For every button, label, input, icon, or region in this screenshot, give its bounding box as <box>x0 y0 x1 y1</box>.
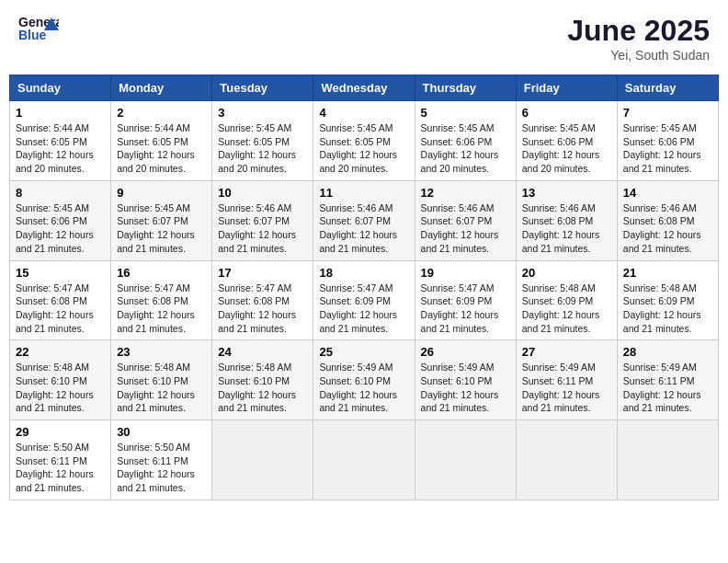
calendar-cell: 3Sunrise: 5:45 AM Sunset: 6:05 PM Daylig… <box>212 101 313 181</box>
calendar-cell: 8Sunrise: 5:45 AM Sunset: 6:06 PM Daylig… <box>10 180 111 260</box>
calendar-cell: 2Sunrise: 5:44 AM Sunset: 6:05 PM Daylig… <box>111 101 212 181</box>
calendar-cell: 5Sunrise: 5:45 AM Sunset: 6:06 PM Daylig… <box>415 101 516 181</box>
day-number: 1 <box>16 106 105 120</box>
day-number: 21 <box>623 266 712 280</box>
calendar-cell: 23Sunrise: 5:48 AM Sunset: 6:10 PM Dayli… <box>111 340 212 420</box>
calendar-week-row: 15Sunrise: 5:47 AM Sunset: 6:08 PM Dayli… <box>10 260 719 340</box>
calendar-cell: 11Sunrise: 5:46 AM Sunset: 6:07 PM Dayli… <box>313 180 415 260</box>
calendar-cell: 20Sunrise: 5:48 AM Sunset: 6:09 PM Dayli… <box>516 260 617 340</box>
day-number: 26 <box>421 345 510 359</box>
day-info: Sunrise: 5:47 AM Sunset: 6:09 PM Dayligh… <box>421 282 510 336</box>
day-info: Sunrise: 5:47 AM Sunset: 6:08 PM Dayligh… <box>218 282 307 336</box>
day-info: Sunrise: 5:46 AM Sunset: 6:07 PM Dayligh… <box>319 201 408 256</box>
day-info: Sunrise: 5:45 AM Sunset: 6:06 PM Dayligh… <box>16 201 105 256</box>
calendar-cell: 27Sunrise: 5:49 AM Sunset: 6:11 PM Dayli… <box>516 340 617 420</box>
day-number: 14 <box>623 186 712 200</box>
day-number: 8 <box>16 186 105 200</box>
day-info: Sunrise: 5:46 AM Sunset: 6:07 PM Dayligh… <box>218 201 307 256</box>
calendar-cell: 30Sunrise: 5:50 AM Sunset: 6:11 PM Dayli… <box>111 420 212 500</box>
calendar-cell: 21Sunrise: 5:48 AM Sunset: 6:09 PM Dayli… <box>617 260 718 340</box>
day-info: Sunrise: 5:48 AM Sunset: 6:10 PM Dayligh… <box>117 361 206 415</box>
calendar-cell: 22Sunrise: 5:48 AM Sunset: 6:10 PM Dayli… <box>10 340 111 420</box>
day-info: Sunrise: 5:48 AM Sunset: 6:10 PM Dayligh… <box>218 361 307 415</box>
day-number: 16 <box>117 266 206 280</box>
day-number: 3 <box>218 106 307 120</box>
calendar-cell <box>212 420 313 500</box>
calendar-cell: 12Sunrise: 5:46 AM Sunset: 6:07 PM Dayli… <box>415 180 516 260</box>
calendar-cell: 13Sunrise: 5:46 AM Sunset: 6:08 PM Dayli… <box>516 180 617 260</box>
day-info: Sunrise: 5:45 AM Sunset: 6:06 PM Dayligh… <box>522 121 611 176</box>
calendar-cell: 18Sunrise: 5:47 AM Sunset: 6:09 PM Dayli… <box>313 260 415 340</box>
day-number: 11 <box>319 186 408 200</box>
calendar-cell <box>313 420 415 500</box>
calendar-cell: 14Sunrise: 5:46 AM Sunset: 6:08 PM Dayli… <box>617 180 718 260</box>
day-info: Sunrise: 5:50 AM Sunset: 6:11 PM Dayligh… <box>16 441 105 495</box>
day-info: Sunrise: 5:45 AM Sunset: 6:05 PM Dayligh… <box>218 121 307 176</box>
day-number: 13 <box>522 186 611 200</box>
calendar-cell: 24Sunrise: 5:48 AM Sunset: 6:10 PM Dayli… <box>212 340 313 420</box>
calendar-header-tuesday: Tuesday <box>212 75 313 101</box>
month-title: June 2025 <box>567 14 710 48</box>
day-number: 19 <box>421 266 510 280</box>
calendar-header-row: SundayMondayTuesdayWednesdayThursdayFrid… <box>10 75 719 101</box>
calendar-cell: 26Sunrise: 5:49 AM Sunset: 6:10 PM Dayli… <box>415 340 516 420</box>
calendar-cell: 4Sunrise: 5:45 AM Sunset: 6:05 PM Daylig… <box>313 101 415 181</box>
day-info: Sunrise: 5:49 AM Sunset: 6:11 PM Dayligh… <box>623 361 712 415</box>
day-info: Sunrise: 5:46 AM Sunset: 6:08 PM Dayligh… <box>623 201 712 256</box>
calendar-cell <box>617 420 718 500</box>
day-number: 24 <box>218 345 307 359</box>
svg-text:Blue: Blue <box>18 28 47 42</box>
day-info: Sunrise: 5:45 AM Sunset: 6:07 PM Dayligh… <box>117 201 206 256</box>
day-info: Sunrise: 5:50 AM Sunset: 6:11 PM Dayligh… <box>117 441 206 495</box>
day-number: 25 <box>319 345 408 359</box>
day-number: 30 <box>117 425 206 439</box>
day-number: 6 <box>522 106 611 120</box>
calendar-cell: 1Sunrise: 5:44 AM Sunset: 6:05 PM Daylig… <box>10 101 111 181</box>
location-title: Yei, South Sudan <box>567 48 710 63</box>
day-info: Sunrise: 5:45 AM Sunset: 6:05 PM Dayligh… <box>319 121 408 176</box>
day-info: Sunrise: 5:47 AM Sunset: 6:08 PM Dayligh… <box>117 282 206 336</box>
logo: General Blue <box>18 14 59 43</box>
calendar-week-row: 22Sunrise: 5:48 AM Sunset: 6:10 PM Dayli… <box>10 340 719 420</box>
day-number: 23 <box>117 345 206 359</box>
day-info: Sunrise: 5:48 AM Sunset: 6:10 PM Dayligh… <box>16 361 105 415</box>
day-info: Sunrise: 5:47 AM Sunset: 6:09 PM Dayligh… <box>319 282 408 336</box>
calendar-cell: 29Sunrise: 5:50 AM Sunset: 6:11 PM Dayli… <box>10 420 111 500</box>
day-info: Sunrise: 5:46 AM Sunset: 6:07 PM Dayligh… <box>421 201 510 256</box>
header: General Blue June 2025 Yei, South Sudan <box>9 9 719 67</box>
day-number: 22 <box>16 345 105 359</box>
calendar-cell: 10Sunrise: 5:46 AM Sunset: 6:07 PM Dayli… <box>212 180 313 260</box>
calendar-cell: 19Sunrise: 5:47 AM Sunset: 6:09 PM Dayli… <box>415 260 516 340</box>
calendar-cell <box>415 420 516 500</box>
day-info: Sunrise: 5:49 AM Sunset: 6:10 PM Dayligh… <box>421 361 510 415</box>
day-number: 27 <box>522 345 611 359</box>
day-info: Sunrise: 5:47 AM Sunset: 6:08 PM Dayligh… <box>16 282 105 336</box>
day-info: Sunrise: 5:46 AM Sunset: 6:08 PM Dayligh… <box>522 201 611 256</box>
day-info: Sunrise: 5:49 AM Sunset: 6:10 PM Dayligh… <box>319 361 408 415</box>
day-number: 9 <box>117 186 206 200</box>
day-number: 18 <box>319 266 408 280</box>
calendar-cell: 16Sunrise: 5:47 AM Sunset: 6:08 PM Dayli… <box>111 260 212 340</box>
calendar-cell: 9Sunrise: 5:45 AM Sunset: 6:07 PM Daylig… <box>111 180 212 260</box>
calendar-table: SundayMondayTuesdayWednesdayThursdayFrid… <box>9 75 719 500</box>
calendar-cell: 15Sunrise: 5:47 AM Sunset: 6:08 PM Dayli… <box>10 260 111 340</box>
day-info: Sunrise: 5:49 AM Sunset: 6:11 PM Dayligh… <box>522 361 611 415</box>
logo-icon: General Blue <box>18 14 59 43</box>
day-number: 17 <box>218 266 307 280</box>
calendar-body: 1Sunrise: 5:44 AM Sunset: 6:05 PM Daylig… <box>10 101 719 500</box>
day-number: 15 <box>16 266 105 280</box>
calendar-header-wednesday: Wednesday <box>313 75 415 101</box>
calendar-cell: 6Sunrise: 5:45 AM Sunset: 6:06 PM Daylig… <box>516 101 617 181</box>
day-number: 12 <box>421 186 510 200</box>
day-info: Sunrise: 5:45 AM Sunset: 6:06 PM Dayligh… <box>623 121 712 176</box>
calendar-week-row: 29Sunrise: 5:50 AM Sunset: 6:11 PM Dayli… <box>10 420 719 500</box>
day-number: 5 <box>421 106 510 120</box>
calendar-cell: 28Sunrise: 5:49 AM Sunset: 6:11 PM Dayli… <box>617 340 718 420</box>
calendar-cell: 17Sunrise: 5:47 AM Sunset: 6:08 PM Dayli… <box>212 260 313 340</box>
calendar-cell <box>516 420 617 500</box>
calendar-header-thursday: Thursday <box>415 75 516 101</box>
calendar-header-sunday: Sunday <box>10 75 111 101</box>
day-info: Sunrise: 5:48 AM Sunset: 6:09 PM Dayligh… <box>522 282 611 336</box>
day-number: 20 <box>522 266 611 280</box>
calendar-header-monday: Monday <box>111 75 212 101</box>
